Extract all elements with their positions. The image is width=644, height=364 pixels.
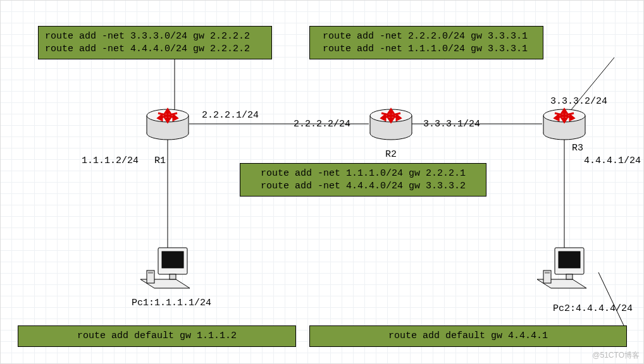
computer-pc1-icon: [139, 244, 192, 291]
r2-route-box: route add -net 1.1.1.0/24 gw 2.2.2.1 rou…: [240, 163, 486, 197]
svg-rect-45: [162, 252, 183, 268]
r1-route-box: route add -net 3.3.3.0/24 gw 2.2.2.2 rou…: [38, 26, 272, 59]
svg-rect-48: [148, 272, 153, 274]
if-r1-down: 1.1.1.2/24: [82, 155, 139, 166]
label-r1: R1: [154, 155, 166, 166]
r2-route-line1: route add -net 4.4.4.0/24 gw 3.3.3.2: [261, 181, 466, 191]
r1-route-line1: route add -net 4.4.4.0/24 gw 2.2.2.2: [45, 44, 250, 54]
r3-route-box: route add -net 2.2.2.0/24 gw 3.3.3.1 rou…: [309, 26, 543, 59]
if-r3-top: 3.3.3.2/24: [550, 96, 607, 107]
svg-rect-54: [545, 272, 550, 274]
r3-route-line0: route add -net 2.2.2.0/24 gw 3.3.3.1: [323, 31, 528, 42]
svg-rect-52: [566, 274, 573, 279]
router-r3-icon: [542, 107, 586, 141]
r1-route-line0: route add -net 3.3.3.0/24 gw 2.2.2.2: [45, 31, 250, 42]
svg-line-6: [598, 272, 624, 325]
router-r1-icon: [146, 107, 190, 141]
label-r2: R2: [385, 149, 397, 160]
pc2-route-line0: route add default gw 4.4.4.1: [388, 331, 548, 341]
r2-route-line0: route add -net 1.1.1.0/24 gw 2.2.2.1: [261, 168, 466, 179]
pc1-route-box: route add default gw 1.1.1.2: [18, 325, 296, 347]
if-r1-right: 2.2.2.1/24: [202, 110, 259, 121]
router-r2-icon: [369, 107, 413, 141]
label-pc2: Pc2:4.4.4.4/24: [553, 303, 633, 314]
svg-rect-51: [559, 252, 580, 268]
if-r3-down: 4.4.4.1/24: [584, 155, 641, 166]
watermark: @51CTO博客: [592, 350, 640, 361]
label-pc1: Pc1:1.1.1.1/24: [132, 298, 211, 308]
svg-rect-46: [170, 274, 176, 279]
r3-route-line1: route add -net 1.1.1.0/24 gw 3.3.3.1: [323, 44, 528, 54]
pc1-route-line0: route add default gw 1.1.1.2: [77, 331, 237, 341]
label-r3: R3: [572, 143, 583, 154]
computer-pc2-icon: [536, 244, 589, 291]
pc2-route-box: route add default gw 4.4.4.1: [309, 325, 627, 347]
if-r2-right: 3.3.3.1/24: [423, 119, 480, 130]
if-r2-left: 2.2.2.2/24: [294, 119, 350, 130]
